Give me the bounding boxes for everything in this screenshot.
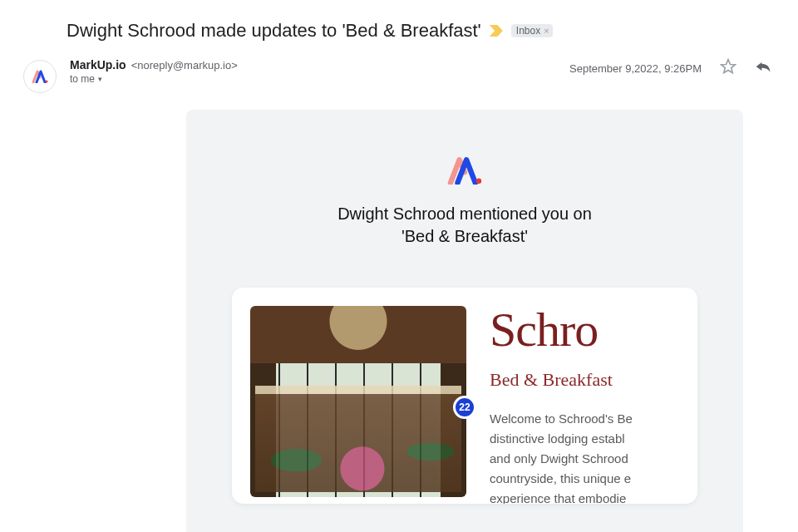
preview-description: Welcome to Schrood's Be distinctive lodg… bbox=[490, 409, 679, 504]
email-subject: Dwight Schrood made updates to 'Bed & Br… bbox=[66, 20, 481, 42]
annotation-count-badge[interactable]: 22 bbox=[453, 396, 476, 419]
preview-card[interactable]: 22 Schro Bed & Breakfast Welcome to Schr… bbox=[232, 288, 697, 504]
preview-brand-subtitle: Bed & Breakfast bbox=[490, 369, 679, 391]
important-marker-icon[interactable] bbox=[490, 25, 503, 37]
email-body: Dwight Schrood mentioned you on 'Bed & B… bbox=[186, 110, 743, 532]
recipient-dropdown[interactable]: to me ▾ bbox=[70, 73, 556, 85]
subject-row: Dwight Schrood made updates to 'Bed & Br… bbox=[23, 20, 771, 42]
chevron-down-icon: ▾ bbox=[98, 75, 102, 83]
inbox-label-text: Inbox bbox=[516, 25, 540, 37]
sender-avatar[interactable] bbox=[23, 60, 57, 93]
reply-icon[interactable] bbox=[755, 59, 771, 77]
email-timestamp: September 9,2022, 9:26PM bbox=[569, 62, 702, 75]
svg-marker-1 bbox=[722, 60, 736, 73]
desc-line: Welcome to Schrood's Be bbox=[490, 411, 633, 426]
close-icon[interactable]: × bbox=[544, 26, 549, 36]
svg-point-0 bbox=[46, 81, 48, 83]
markup-logo-icon bbox=[446, 156, 483, 185]
sender-email: <noreply@markup.io> bbox=[131, 59, 238, 71]
desc-line: distinctive lodging establ bbox=[490, 431, 625, 446]
desc-line: countryside, this unique e bbox=[490, 471, 631, 485]
preview-brand-title: Schro bbox=[490, 306, 679, 354]
headline-line-2: 'Bed & Breakfast' bbox=[401, 227, 528, 245]
headline-line-1: Dwight Schrood mentioned you on bbox=[337, 204, 592, 223]
svg-point-2 bbox=[476, 179, 481, 184]
recipient-text: to me bbox=[70, 73, 95, 85]
desc-line: and only Dwight Schrood bbox=[490, 451, 628, 466]
preview-image: 22 bbox=[250, 306, 466, 497]
markup-logo-icon bbox=[32, 70, 48, 83]
email-header: MarkUp.io <noreply@markup.io> to me ▾ Se… bbox=[23, 58, 771, 93]
notification-headline: Dwight Schrood mentioned you on 'Bed & B… bbox=[186, 203, 743, 248]
star-icon[interactable] bbox=[720, 58, 736, 78]
sender-name: MarkUp.io bbox=[70, 58, 126, 71]
desc-line: experience that embodie bbox=[490, 491, 626, 504]
inbox-label-chip[interactable]: Inbox × bbox=[511, 24, 553, 37]
